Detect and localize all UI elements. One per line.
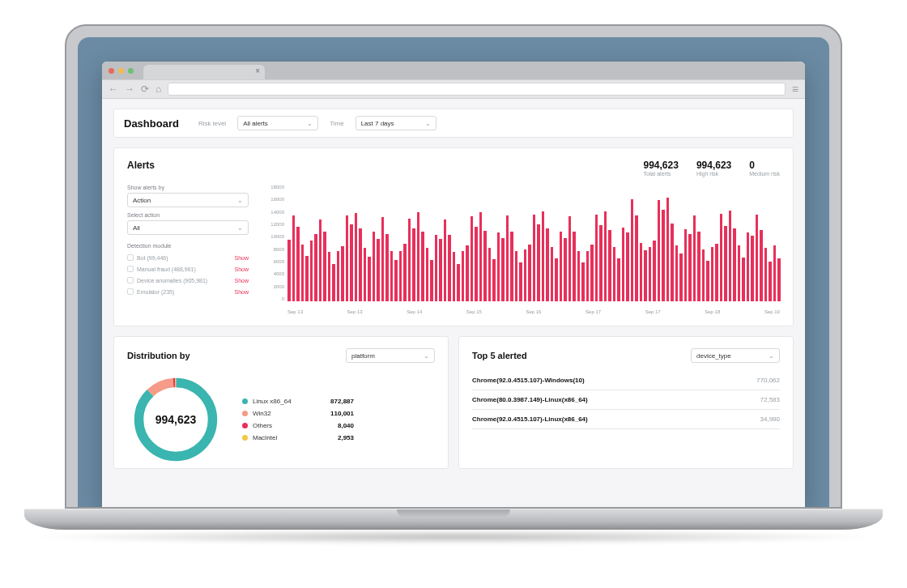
top-item-value: 34,980 <box>760 415 780 423</box>
top-alerted-item: Chrome(92.0.4515.107)-Linux(x86_64)34,98… <box>472 410 780 429</box>
forward-icon[interactable]: → <box>125 84 134 94</box>
chart-bar <box>381 217 385 301</box>
chart-bar <box>542 211 545 301</box>
legend-name: Win32 <box>253 410 313 417</box>
chart-bar <box>287 240 291 301</box>
module-row: Bot (99,446) Show <box>127 252 249 263</box>
show-alerts-by-label: Show alerts by <box>127 185 249 190</box>
distribution-title: Distribution by <box>127 351 190 360</box>
x-tick-label: Sep 19 <box>764 309 780 314</box>
legend-value: 2,953 <box>313 434 354 441</box>
chart-bar <box>457 264 460 301</box>
chart-bar <box>399 251 402 301</box>
time-select[interactable]: Last 7 days ⌄ <box>356 116 436 130</box>
y-tick-label: 16000 <box>270 197 284 202</box>
checkbox-icon[interactable] <box>127 266 134 272</box>
reload-icon[interactable]: ⟳ <box>141 84 149 94</box>
stat-total-alerts: 994,623 Total alerts <box>643 160 678 177</box>
close-tab-icon[interactable]: × <box>255 67 260 75</box>
close-window-icon[interactable] <box>109 68 114 74</box>
chevron-down-icon: ⌄ <box>237 224 243 232</box>
chart-bar <box>747 232 750 301</box>
module-row: Manual fraud (488,961) Show <box>127 263 249 275</box>
minimize-window-icon[interactable] <box>118 68 124 74</box>
chart-bar <box>350 224 353 301</box>
chart-bar <box>724 226 727 301</box>
x-tick-label: Sep 13 <box>287 309 303 314</box>
risk-level-select[interactable]: All alerts ⌄ <box>237 116 318 130</box>
module-label: Device anomalies (905,981) <box>137 278 207 283</box>
back-icon[interactable]: ← <box>109 84 118 94</box>
laptop-base <box>24 509 883 530</box>
module-show-link[interactable]: Show <box>234 278 249 283</box>
chart-bar <box>653 241 656 301</box>
chart-bar <box>617 258 620 301</box>
second-row: Distribution by platform ⌄ <box>113 336 794 469</box>
detection-modules-label: Detection module <box>127 243 249 249</box>
chart-bar <box>524 249 527 301</box>
chart-bar <box>675 245 679 301</box>
chart-bar <box>599 225 603 301</box>
chart-bar <box>475 227 478 301</box>
maximize-window-icon[interactable] <box>128 68 134 74</box>
legend-swatch-icon <box>242 411 248 416</box>
show-alerts-by-value: Action <box>133 197 151 204</box>
select-action-select[interactable]: All ⌄ <box>127 220 249 235</box>
chart-bar <box>453 252 456 301</box>
legend-name: Linux x86_64 <box>253 398 313 405</box>
chart-bar <box>738 245 741 301</box>
risk-level-label: Risk level <box>198 120 226 127</box>
module-row: Emulator (235) Show <box>127 286 249 297</box>
chart-bar <box>537 224 540 301</box>
select-action-label: Select action <box>127 212 249 218</box>
top-item-value: 72,583 <box>760 396 780 403</box>
legend-swatch-icon <box>242 398 248 404</box>
chart-bar <box>760 230 763 301</box>
chevron-down-icon: ⌄ <box>424 352 429 360</box>
hamburger-icon[interactable]: ≡ <box>792 83 798 96</box>
chart-bar <box>479 212 483 301</box>
legend-name: Others <box>253 422 313 429</box>
chart-bar <box>341 246 344 301</box>
laptop-screen: × ← → ⟳ ⌂ ≡ Dashboard Risk <box>78 37 829 507</box>
home-icon[interactable]: ⌂ <box>155 84 161 94</box>
chart-bar <box>590 245 594 301</box>
browser-toolbar: ← → ⟳ ⌂ ≡ <box>102 79 805 99</box>
chart-bar <box>528 245 531 301</box>
chart-bar <box>546 228 549 301</box>
chart-bar <box>390 251 394 301</box>
stat-value: 0 <box>749 160 780 171</box>
legend-item: Win32110,001 <box>242 410 354 417</box>
chart-bar <box>706 261 709 301</box>
chart-bar <box>715 244 718 301</box>
browser-tab[interactable]: × <box>143 65 265 79</box>
show-alerts-by-select[interactable]: Action ⌄ <box>127 193 249 207</box>
alerts-title: Alerts <box>127 160 155 171</box>
chevron-down-icon: ⌄ <box>769 352 774 360</box>
chart-bar <box>581 262 585 301</box>
top-alerted-select[interactable]: device_type ⌄ <box>691 348 780 363</box>
checkbox-icon[interactable] <box>127 277 134 283</box>
chart-bar <box>506 215 509 301</box>
chart-bar <box>733 228 736 301</box>
chart-bar <box>385 234 389 301</box>
distribution-header: Distribution by platform ⌄ <box>127 348 435 363</box>
chart-bar <box>471 216 474 301</box>
module-show-link[interactable]: Show <box>234 289 249 295</box>
chart-bar <box>394 260 398 301</box>
address-bar[interactable] <box>168 83 786 96</box>
chart-bar <box>533 215 536 301</box>
y-tick-label: 6000 <box>274 259 284 264</box>
chart-bar <box>635 215 638 301</box>
time-value: Last 7 days <box>361 120 394 127</box>
checkbox-icon[interactable] <box>127 254 134 261</box>
checkbox-icon[interactable] <box>127 288 134 295</box>
app-content: Dashboard Risk level All alerts ⌄ Time L… <box>102 99 805 507</box>
module-show-link[interactable]: Show <box>234 266 249 272</box>
distribution-select[interactable]: platform ⌄ <box>346 348 435 363</box>
window-controls <box>109 68 134 74</box>
y-tick-label: 12000 <box>270 222 284 227</box>
chart-bar <box>323 232 326 301</box>
module-show-link[interactable]: Show <box>234 255 249 261</box>
y-tick-label: 10000 <box>270 234 284 239</box>
